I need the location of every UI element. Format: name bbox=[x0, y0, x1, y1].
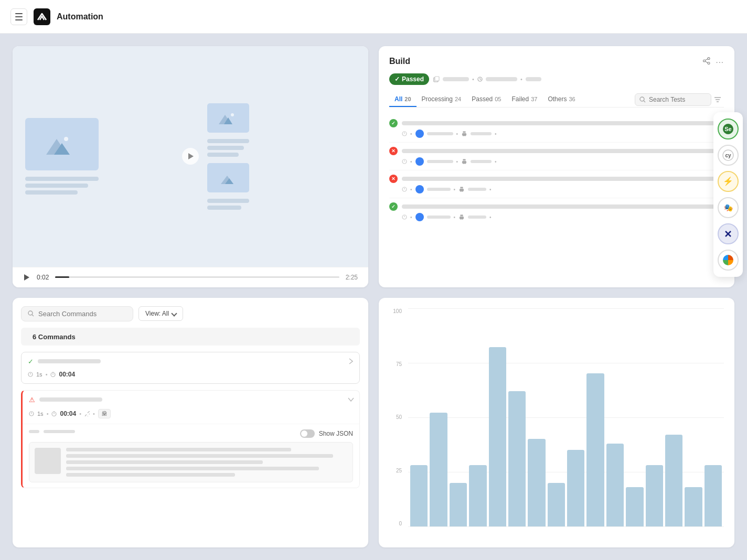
text-line bbox=[207, 153, 239, 157]
browser-icon bbox=[415, 185, 424, 193]
lightning-tool-icon[interactable]: ⚡ bbox=[718, 171, 739, 192]
error-thumbnail bbox=[35, 448, 61, 474]
lightning-logo: ⚡ bbox=[722, 175, 734, 188]
clock-icon bbox=[28, 372, 33, 377]
check-icon: ✓ bbox=[28, 358, 34, 365]
search-icon bbox=[28, 310, 34, 317]
chart-bar bbox=[705, 465, 722, 526]
svg-point-12 bbox=[703, 60, 706, 62]
chart-bar bbox=[508, 391, 526, 526]
command-item-error: ⚠ 1s • 00:04 • • 燊 bbox=[21, 390, 360, 488]
passed-badge: ✓ Passed bbox=[389, 73, 429, 85]
tabs-row: All 20 Processing 24 Passed 05 Failed 37… bbox=[389, 92, 724, 107]
chart-y-labels: 100 75 50 25 0 bbox=[389, 308, 405, 527]
chevron-right-icon[interactable] bbox=[349, 358, 353, 364]
status-icon-pass: ✓ bbox=[389, 202, 398, 211]
meta-bar bbox=[427, 188, 451, 191]
filter-button[interactable] bbox=[711, 93, 724, 106]
clock-icon bbox=[402, 131, 407, 136]
appium-tool-icon[interactable] bbox=[718, 223, 739, 244]
video-preview bbox=[13, 46, 368, 267]
chevron-down-icon[interactable] bbox=[348, 397, 354, 402]
apple-icon bbox=[461, 158, 467, 165]
main-content: 0:02 2:25 Build ··· ✓ Passed bbox=[0, 34, 747, 560]
text-line bbox=[25, 190, 78, 195]
build-card: Build ··· ✓ Passed • • bbox=[379, 46, 734, 287]
analytics-tool-icon[interactable] bbox=[718, 250, 739, 271]
tab-all[interactable]: All 20 bbox=[389, 92, 417, 107]
video-thumbnail-large bbox=[25, 118, 99, 170]
test-bar bbox=[402, 204, 724, 209]
playwright-tool-icon[interactable]: 🎭 bbox=[718, 197, 739, 218]
svg-text:⚡: ⚡ bbox=[723, 176, 733, 186]
video-left bbox=[25, 118, 174, 195]
y-label-25: 25 bbox=[396, 468, 402, 473]
meta-bar bbox=[468, 216, 486, 219]
selenium-logo: Se bbox=[722, 123, 734, 135]
svg-marker-9 bbox=[24, 274, 29, 281]
mountain-icon-small-top bbox=[219, 112, 238, 124]
svg-text:Se: Se bbox=[724, 126, 731, 132]
link-icon bbox=[84, 411, 90, 416]
command-bar bbox=[39, 397, 102, 402]
text-line bbox=[25, 184, 88, 188]
browser-icon bbox=[415, 157, 424, 166]
x-logo bbox=[722, 228, 734, 240]
test-item: ✓ • • • bbox=[389, 115, 724, 143]
chart-card: 100 75 50 25 0 bbox=[379, 298, 734, 548]
svg-point-33 bbox=[28, 311, 33, 315]
meta-bar bbox=[427, 160, 453, 163]
browser-icon bbox=[415, 213, 424, 221]
progress-bar[interactable] bbox=[55, 276, 339, 278]
error-expanded: Show JSON bbox=[23, 424, 359, 488]
playwright-logo: 🎭 bbox=[722, 201, 734, 214]
chart-bar bbox=[567, 450, 584, 526]
app-title: Automation bbox=[57, 12, 103, 21]
total-time: 2:25 bbox=[346, 274, 358, 281]
meta-bar bbox=[427, 216, 451, 219]
svg-line-13 bbox=[706, 59, 708, 60]
selenium-tool-icon[interactable]: Se bbox=[718, 119, 739, 139]
tab-failed[interactable]: Failed 37 bbox=[507, 92, 543, 107]
text-line bbox=[207, 146, 244, 150]
y-label-0: 0 bbox=[399, 521, 402, 526]
cypress-tool-icon[interactable]: cy bbox=[718, 145, 739, 166]
show-json-toggle[interactable] bbox=[300, 429, 315, 438]
chart-grid: 100 75 50 25 0 bbox=[389, 308, 724, 537]
error-tab[interactable] bbox=[44, 430, 75, 433]
tab-processing[interactable]: Processing 24 bbox=[417, 92, 467, 107]
play-center[interactable] bbox=[182, 148, 199, 165]
chart-bar bbox=[685, 487, 702, 526]
chart-bar bbox=[586, 373, 604, 526]
svg-line-14 bbox=[706, 61, 708, 62]
meta-bar bbox=[471, 160, 492, 163]
search-box bbox=[635, 93, 711, 106]
top-bar: Automation bbox=[0, 0, 747, 34]
search-input[interactable] bbox=[649, 96, 707, 103]
view-all-button[interactable]: View: All bbox=[138, 306, 183, 321]
menu-button[interactable] bbox=[10, 8, 27, 25]
meta-bar bbox=[427, 132, 453, 135]
error-tab[interactable] bbox=[29, 430, 39, 433]
build-status-row: ✓ Passed • • bbox=[389, 73, 724, 85]
y-label-100: 100 bbox=[393, 308, 402, 314]
tab-passed[interactable]: Passed 05 bbox=[466, 92, 506, 107]
progress-fill bbox=[55, 276, 69, 278]
search-commands-input[interactable] bbox=[38, 310, 126, 318]
chart-bar bbox=[646, 465, 663, 526]
error-content-box bbox=[29, 442, 353, 482]
chart-bar bbox=[548, 483, 565, 526]
svg-point-10 bbox=[708, 57, 710, 59]
play-button[interactable] bbox=[182, 148, 199, 165]
svg-line-19 bbox=[480, 79, 481, 80]
test-item: ✕ • • • bbox=[389, 170, 724, 198]
share-icon[interactable] bbox=[703, 57, 710, 66]
meta-bar bbox=[471, 132, 492, 135]
cmd-tag: 燊 bbox=[98, 409, 111, 418]
test-bar bbox=[402, 177, 724, 181]
play-icon-small[interactable] bbox=[23, 274, 30, 281]
tab-others[interactable]: Others 36 bbox=[542, 92, 580, 107]
more-icon[interactable]: ··· bbox=[716, 57, 724, 66]
test-item: ✓ • • • bbox=[389, 198, 724, 225]
clock-icon bbox=[402, 214, 407, 220]
